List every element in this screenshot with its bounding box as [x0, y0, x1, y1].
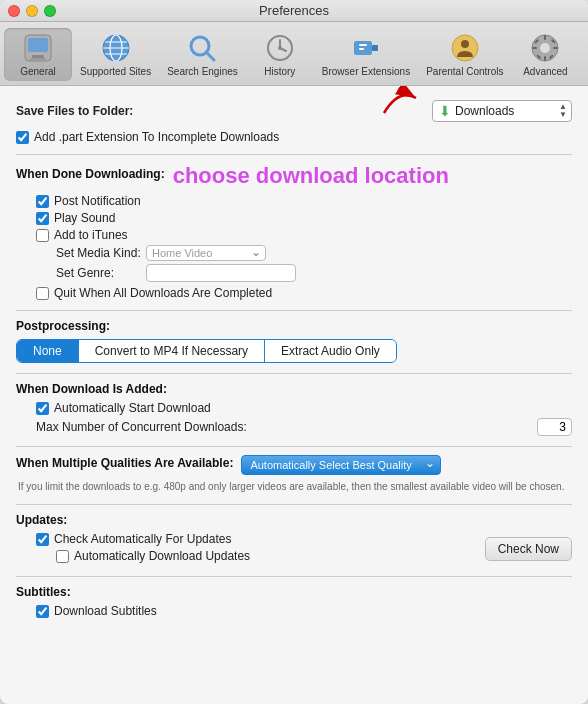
svg-rect-26: [553, 47, 558, 49]
folder-name: Downloads: [455, 104, 514, 118]
media-kind-label: Set Media Kind:: [56, 246, 146, 260]
folder-select[interactable]: ⬇ Downloads ▲ ▼: [432, 100, 572, 122]
toolbar-item-supported-sites[interactable]: Supported Sites: [72, 28, 159, 81]
check-now-button[interactable]: Check Now: [485, 537, 572, 561]
toolbar-item-history[interactable]: History: [246, 28, 314, 81]
close-button[interactable]: [8, 5, 20, 17]
media-kind-select[interactable]: Home Video: [146, 245, 266, 261]
when-added-section: When Download Is Added: Automatically St…: [16, 382, 572, 436]
auto-start-checkbox[interactable]: [36, 402, 49, 415]
toolbar-item-browser-extensions[interactable]: Browser Extensions: [314, 28, 418, 81]
search-engines-icon: [186, 32, 218, 64]
svg-rect-18: [359, 48, 364, 50]
save-files-section: Save Files to Folder:: [16, 100, 572, 144]
download-subtitles-checkbox[interactable]: [36, 605, 49, 618]
add-part-row: Add .part Extension To Incomplete Downlo…: [16, 130, 572, 144]
browser-extensions-label: Browser Extensions: [322, 66, 410, 77]
supported-sites-label: Supported Sites: [80, 66, 151, 77]
auto-download-checkbox[interactable]: [56, 550, 69, 563]
save-files-label: Save Files to Folder:: [16, 104, 133, 118]
updates-title: Updates:: [16, 513, 572, 527]
auto-start-label: Automatically Start Download: [54, 401, 211, 415]
quit-checkbox[interactable]: [36, 287, 49, 300]
media-kind-select-wrapper: Home Video: [146, 245, 266, 261]
updates-checkboxes: Check Automatically For Updates Automati…: [16, 532, 250, 566]
qualities-section: When Multiple Qualities Are Available: A…: [16, 455, 572, 494]
select-arrows: ▲ ▼: [559, 103, 567, 119]
general-label: General: [20, 66, 56, 77]
add-itunes-checkbox[interactable]: [36, 229, 49, 242]
divider-6: [16, 576, 572, 577]
check-auto-label: Check Automatically For Updates: [54, 532, 231, 546]
check-auto-checkbox[interactable]: [36, 533, 49, 546]
svg-rect-25: [532, 47, 537, 49]
minimize-button[interactable]: [26, 5, 38, 17]
divider-5: [16, 504, 572, 505]
save-files-row: Save Files to Folder:: [16, 100, 572, 122]
parental-controls-icon: [449, 32, 481, 64]
auto-start-row: Automatically Start Download: [36, 401, 572, 415]
pp-extract-button[interactable]: Extract Audio Only: [265, 340, 396, 362]
svg-rect-16: [372, 45, 378, 51]
quit-label: Quit When All Downloads Are Completed: [54, 286, 272, 300]
post-notification-checkbox[interactable]: [36, 195, 49, 208]
postprocessing-buttons: None Convert to MP4 If Necessary Extract…: [16, 339, 397, 363]
toolbar-item-parental-controls[interactable]: Parental Controls: [418, 28, 511, 81]
play-sound-label: Play Sound: [54, 211, 115, 225]
set-genre-label: Set Genre:: [56, 266, 146, 280]
browser-extensions-icon: [350, 32, 382, 64]
advanced-icon: [529, 32, 561, 64]
svg-rect-1: [28, 38, 48, 52]
add-part-checkbox[interactable]: [16, 131, 29, 144]
svg-point-20: [461, 40, 469, 48]
add-part-label: Add .part Extension To Incomplete Downlo…: [34, 130, 279, 144]
when-added-title: When Download Is Added:: [16, 382, 572, 396]
toolbar-item-advanced[interactable]: Advanced: [511, 28, 579, 81]
media-kind-row: Set Media Kind: Home Video: [56, 245, 572, 261]
svg-rect-2: [32, 55, 44, 58]
svg-point-22: [540, 43, 550, 53]
pp-convert-button[interactable]: Convert to MP4 If Necessary: [79, 340, 265, 362]
updates-row: Check Automatically For Updates Automati…: [16, 532, 572, 566]
play-sound-checkbox[interactable]: [36, 212, 49, 225]
post-notification-label: Post Notification: [54, 194, 141, 208]
search-engines-label: Search Engines: [167, 66, 238, 77]
subtitles-section: Subtitles: Download Subtitles: [16, 585, 572, 618]
folder-select-inner: ⬇ Downloads: [439, 103, 514, 119]
concurrent-row: Max Number of Concurrent Downloads:: [36, 418, 572, 436]
add-itunes-row: Add to iTunes: [36, 228, 572, 242]
divider-4: [16, 446, 572, 447]
annotation-text: choose download location: [173, 163, 449, 189]
qualities-title: When Multiple Qualities Are Available:: [16, 456, 233, 470]
subtitles-title: Subtitles:: [16, 585, 572, 599]
parental-controls-label: Parental Controls: [426, 66, 503, 77]
quality-select-wrapper: Automatically Select Best Quality: [241, 455, 441, 475]
divider-1: [16, 154, 572, 155]
svg-point-14: [278, 46, 282, 50]
concurrent-label: Max Number of Concurrent Downloads:: [36, 420, 537, 434]
divider-2: [16, 310, 572, 311]
folder-icon: ⬇: [439, 103, 451, 119]
preferences-window: Preferences General: [0, 0, 588, 704]
quality-select[interactable]: Automatically Select Best Quality: [241, 455, 441, 475]
concurrent-input[interactable]: [537, 418, 572, 436]
genre-input[interactable]: [146, 264, 296, 282]
check-auto-row: Check Automatically For Updates: [36, 532, 250, 546]
postprocessing-title: Postprocessing:: [16, 319, 572, 333]
maximize-button[interactable]: [44, 5, 56, 17]
window-title: Preferences: [259, 3, 329, 18]
toolbar-item-general[interactable]: General: [4, 28, 72, 81]
preferences-content: Save Files to Folder:: [0, 86, 588, 704]
toolbar-item-search-engines[interactable]: Search Engines: [159, 28, 246, 81]
general-icon: [22, 32, 54, 64]
titlebar: Preferences: [0, 0, 588, 22]
auto-download-row: Automatically Download Updates: [56, 549, 250, 563]
when-done-section: When Done Downloading: choose download l…: [16, 163, 572, 300]
supported-sites-icon: [100, 32, 132, 64]
download-subtitles-label: Download Subtitles: [54, 604, 157, 618]
pp-none-button[interactable]: None: [17, 340, 79, 362]
when-done-title: When Done Downloading:: [16, 167, 165, 181]
set-genre-row: Set Genre:: [56, 264, 572, 282]
play-sound-row: Play Sound: [36, 211, 572, 225]
advanced-label: Advanced: [523, 66, 567, 77]
